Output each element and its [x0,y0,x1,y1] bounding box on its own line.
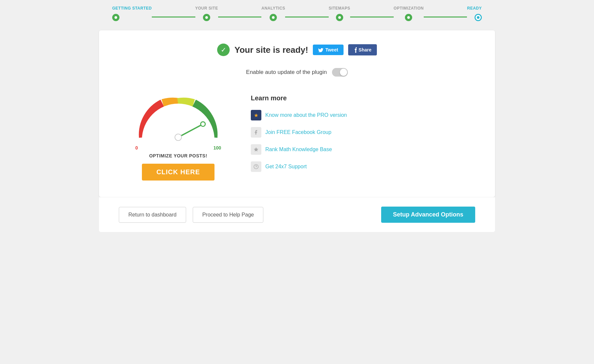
step-circle-getting-started [112,14,119,21]
auto-update-toggle-row: Enable auto update of the plugin [119,68,475,77]
gauge-section: 0 100 OPTIMIZE YOUR POSTS! CLICK HERE [125,91,231,181]
tweet-button[interactable]: Tweet [313,45,344,55]
step-circle-your-site [203,14,210,21]
setup-advanced-button[interactable]: Setup Advanced Options [381,207,475,223]
tweet-label: Tweet [325,47,338,52]
click-here-button[interactable]: CLICK HERE [142,164,214,181]
connector-5 [424,17,467,17]
support-icon [251,161,261,172]
link-facebook-group[interactable]: Join FREE Facebook Group [251,127,469,138]
learn-more-section: Learn more ★ Know more about the PRO ver… [251,91,469,179]
link-pro-version[interactable]: ★ Know more about the PRO version [251,110,469,120]
ready-header: ✓ Your site is ready! Tweet Share [119,44,475,56]
connector-2 [218,17,262,17]
pro-icon: ★ [251,110,261,120]
gauge-chart [132,91,224,144]
connector-1 [152,17,195,17]
kb-icon [251,144,261,155]
gauge-label-min: 0 [135,145,138,150]
gauge-labels: 0 100 [135,145,221,150]
optimize-text: OPTIMIZE YOUR POSTS! [149,153,207,158]
fb-icon [251,127,261,138]
check-icon: ✓ [217,44,230,56]
link-pro-label: Know more about the PRO version [265,112,347,118]
step-circle-ready [475,14,482,21]
step-label-analytics: ANALYTICS [261,6,285,11]
ready-title: Your site is ready! [234,45,308,55]
step-label-ready: READY [467,6,482,11]
step-circle-optimization [405,14,412,21]
connector-4 [350,17,394,17]
link-support[interactable]: Get 24x7 Support [251,161,469,172]
step-label-sitemaps: SITEMAPS [329,6,350,11]
main-card: ✓ Your site is ready! Tweet Share Enable… [99,30,495,197]
toggle-label: Enable auto update of the plugin [246,69,327,76]
toggle-knob [340,69,347,76]
gauge-label-max: 100 [214,145,221,150]
svg-point-1 [175,134,182,141]
svg-point-2 [201,122,205,126]
link-facebook-label: Join FREE Facebook Group [265,129,331,135]
proceed-help-button[interactable]: Proceed to Help Page [193,207,264,223]
share-label: Share [359,47,372,52]
step-circle-sitemaps [336,14,343,21]
share-button[interactable]: Share [348,44,377,55]
content-area: 0 100 OPTIMIZE YOUR POSTS! CLICK HERE Le… [119,91,475,181]
step-label-optimization: OPTIMIZATION [394,6,424,11]
svg-point-4 [256,168,256,168]
footer-card: Return to dashboard Proceed to Help Page… [99,197,495,232]
link-kb-label: Rank Math Knowledge Base [265,147,332,152]
step-circle-analytics [270,14,277,21]
step-label-your-site: YOUR SITE [195,6,218,11]
connector-3 [285,17,329,17]
auto-update-toggle[interactable] [332,68,348,77]
return-dashboard-button[interactable]: Return to dashboard [119,207,186,223]
link-support-label: Get 24x7 Support [265,164,307,170]
link-knowledge-base[interactable]: Rank Math Knowledge Base [251,144,469,155]
step-label-getting-started: GETTING STARTED [112,6,152,11]
learn-more-title: Learn more [251,94,469,102]
